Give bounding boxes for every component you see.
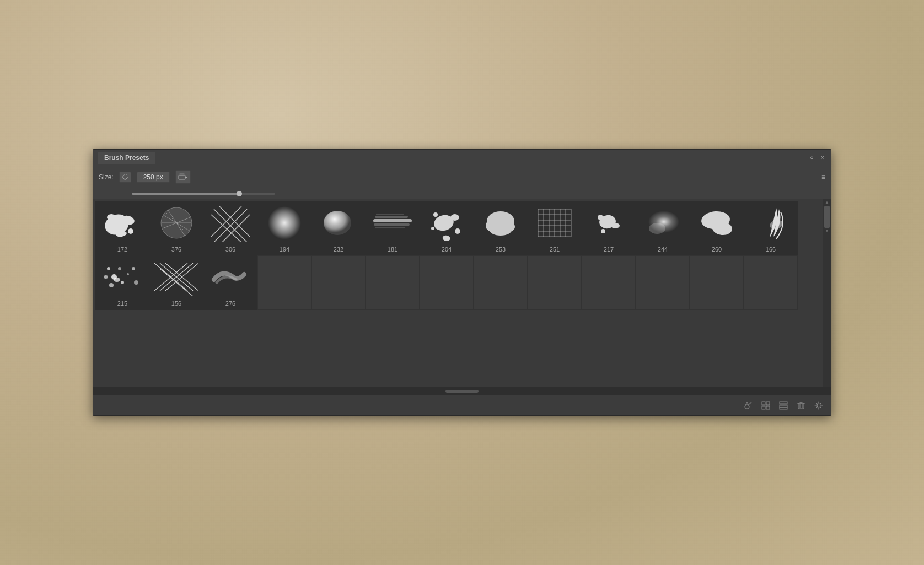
brush-item-7[interactable]: 204 bbox=[420, 201, 474, 255]
brush-row-0: 172 376 306 194 232 bbox=[95, 201, 821, 255]
main-content: 172 376 306 194 232 bbox=[93, 199, 831, 387]
brush-size-label-13: 166 bbox=[744, 246, 797, 253]
svg-point-69 bbox=[134, 280, 138, 285]
brush-size-label-15: 156 bbox=[150, 300, 203, 307]
brush-item-10[interactable]: 217 bbox=[582, 201, 636, 255]
svg-rect-86 bbox=[780, 402, 787, 404]
svg-rect-87 bbox=[780, 405, 787, 407]
svg-rect-85 bbox=[766, 406, 770, 409]
scroll-up-arrow[interactable]: ▲ bbox=[825, 200, 829, 205]
brush-preview-12 bbox=[690, 202, 743, 244]
svg-line-81 bbox=[749, 402, 751, 404]
svg-point-7 bbox=[107, 214, 116, 221]
brush-item-9[interactable]: 251 bbox=[528, 201, 582, 255]
brush-size-label-2: 376 bbox=[150, 246, 203, 253]
brush-preview-13 bbox=[744, 202, 797, 244]
svg-point-56 bbox=[601, 229, 605, 233]
brush-item-empty-24 bbox=[636, 255, 690, 310]
brush-item-empty-26 bbox=[744, 255, 798, 310]
brush-preview-16 bbox=[204, 256, 257, 298]
grid-view-button[interactable] bbox=[759, 399, 772, 412]
settings-icon bbox=[814, 401, 823, 410]
panel-titlebar: Brush Presets « × bbox=[93, 150, 831, 166]
size-slider[interactable] bbox=[132, 193, 275, 195]
svg-rect-88 bbox=[780, 407, 787, 409]
brush-preview-15 bbox=[150, 256, 203, 298]
close-button[interactable]: × bbox=[819, 154, 826, 162]
edit-brush-icon bbox=[744, 401, 753, 410]
scroll-thumb[interactable] bbox=[824, 206, 830, 228]
brush-item-empty-25 bbox=[690, 255, 744, 310]
size-input[interactable] bbox=[137, 172, 170, 183]
brush-size-label-14: 215 bbox=[96, 300, 149, 307]
svg-point-70 bbox=[114, 278, 120, 282]
brush-item-8[interactable]: 253 bbox=[474, 201, 528, 255]
trash-button[interactable] bbox=[794, 399, 808, 412]
brush-item-4[interactable]: 194 bbox=[257, 201, 311, 255]
horizontal-scrollbar[interactable] bbox=[93, 387, 831, 395]
size-slider-row bbox=[93, 188, 831, 199]
brush-item-12[interactable]: 260 bbox=[690, 201, 744, 255]
svg-point-39 bbox=[490, 225, 512, 236]
svg-point-64 bbox=[109, 283, 114, 287]
brush-preview-1 bbox=[96, 202, 149, 244]
brush-size-label-12: 260 bbox=[690, 246, 743, 253]
panel-menu-button[interactable]: ≡ bbox=[821, 173, 825, 181]
svg-point-58 bbox=[649, 223, 665, 234]
size-controls-row: Size: ≡ bbox=[93, 166, 831, 188]
svg-rect-28 bbox=[376, 214, 404, 215]
panel-title: Brush Presets bbox=[98, 152, 155, 164]
titlebar-controls: « × bbox=[808, 154, 826, 162]
svg-rect-27 bbox=[374, 223, 410, 226]
svg-rect-1 bbox=[179, 175, 185, 179]
brush-item-empty-18 bbox=[311, 255, 366, 310]
list-view-button[interactable] bbox=[777, 399, 790, 412]
brush-options-button[interactable] bbox=[175, 170, 191, 184]
brush-size-label-3: 306 bbox=[204, 246, 257, 253]
svg-point-35 bbox=[442, 235, 451, 242]
brush-preview-14 bbox=[96, 256, 149, 298]
brush-item-16[interactable]: 276 bbox=[203, 255, 257, 310]
brush-item-2[interactable]: 376 bbox=[149, 201, 203, 255]
brush-item-3[interactable]: 306 bbox=[203, 201, 257, 255]
svg-rect-89 bbox=[798, 403, 804, 409]
brush-size-label-1: 172 bbox=[96, 246, 149, 253]
brush-item-15[interactable]: 156 bbox=[149, 255, 203, 310]
reset-size-button[interactable] bbox=[119, 172, 131, 183]
brush-preview-4 bbox=[258, 202, 311, 244]
svg-point-24 bbox=[324, 211, 351, 235]
settings-button[interactable] bbox=[812, 399, 825, 412]
brush-icon bbox=[178, 173, 188, 182]
brush-edit-button[interactable] bbox=[742, 399, 755, 412]
scroll-down-arrow[interactable]: ▼ bbox=[825, 229, 829, 233]
brush-item-empty-21 bbox=[474, 255, 528, 310]
brush-item-5[interactable]: 232 bbox=[311, 201, 366, 255]
brush-item-11[interactable]: 244 bbox=[636, 201, 690, 255]
svg-line-78 bbox=[160, 269, 193, 296]
svg-point-71 bbox=[104, 275, 108, 279]
right-scrollbar[interactable]: ▲ ▼ bbox=[823, 199, 831, 387]
brush-item-6[interactable]: 181 bbox=[366, 201, 420, 255]
brush-preview-5 bbox=[312, 202, 365, 244]
brush-row-1: 215 156 276 bbox=[95, 255, 821, 310]
brush-item-14[interactable]: 215 bbox=[95, 255, 149, 310]
brush-item-13[interactable]: 166 bbox=[744, 201, 798, 255]
svg-point-8 bbox=[128, 228, 133, 234]
brush-item-empty-22 bbox=[528, 255, 582, 310]
brushes-scroll-container: 172 376 306 194 232 bbox=[93, 199, 823, 387]
brushes-grid: 172 376 306 194 232 bbox=[93, 199, 823, 387]
collapse-button[interactable]: « bbox=[808, 154, 815, 162]
svg-rect-83 bbox=[766, 402, 770, 405]
brush-size-label-7: 204 bbox=[420, 246, 473, 253]
svg-point-31 bbox=[450, 214, 459, 221]
svg-point-67 bbox=[127, 273, 129, 275]
brush-size-label-9: 251 bbox=[528, 246, 581, 253]
svg-rect-29 bbox=[375, 227, 405, 228]
list-icon bbox=[779, 401, 788, 410]
brush-preview-7 bbox=[420, 202, 473, 244]
horizontal-scroll-thumb[interactable] bbox=[445, 390, 479, 393]
brush-presets-panel: Brush Presets « × Size: ≡ bbox=[93, 149, 831, 416]
brush-size-label-6: 181 bbox=[366, 246, 419, 253]
brush-item-1[interactable]: 172 bbox=[95, 201, 149, 255]
brush-item-empty-19 bbox=[366, 255, 420, 310]
